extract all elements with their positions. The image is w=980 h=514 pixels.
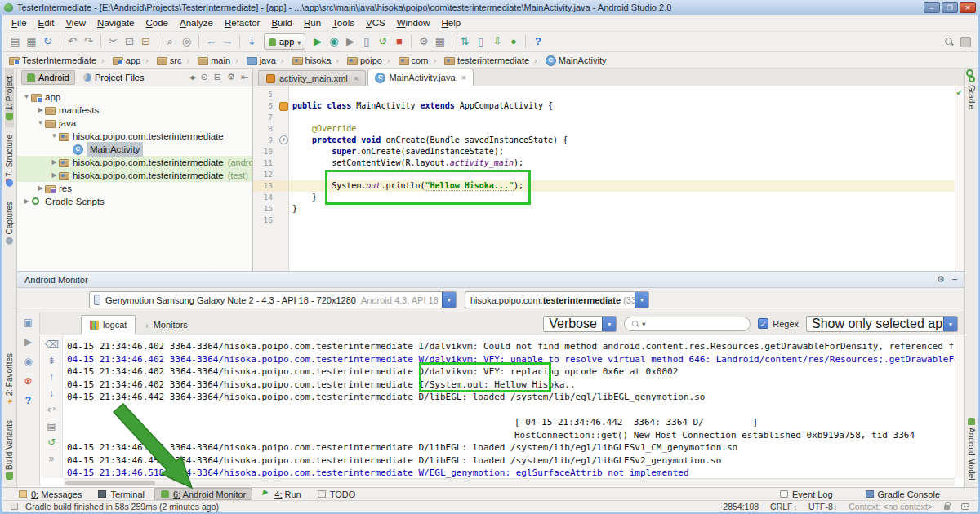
run-configuration-select[interactable]: app xyxy=(264,33,305,50)
gutter-icon[interactable] xyxy=(278,123,289,135)
gutter-icon[interactable] xyxy=(278,100,289,112)
expand-arrow-icon[interactable]: ▶ xyxy=(50,169,59,182)
menu-item[interactable]: Analyze xyxy=(174,16,219,29)
update-project-icon[interactable]: ⇣ xyxy=(244,33,260,51)
copy-icon[interactable]: ⊡ xyxy=(122,33,137,51)
sdk-manager-icon[interactable]: ⇩ xyxy=(489,33,505,51)
screenshot-icon[interactable]: ▣ xyxy=(22,317,35,328)
tool-window-tab[interactable]: TODO xyxy=(311,488,363,500)
expand-arrow-icon[interactable]: ▶ xyxy=(36,104,45,117)
menu-item[interactable]: Window xyxy=(391,16,436,29)
breadcrumb-item[interactable]: src xyxy=(140,55,181,65)
logcat-filter-select[interactable]: Show only selected application xyxy=(806,316,958,332)
sync-icon[interactable]: ↻ xyxy=(40,33,56,51)
chevron-down-icon[interactable] xyxy=(635,291,648,308)
tool-window-button[interactable]: Build Variants xyxy=(5,413,14,487)
tool-window-tab[interactable]: 6: Android Monitor xyxy=(154,488,252,500)
editor-scrollbar[interactable] xyxy=(955,86,964,271)
locate-icon[interactable] xyxy=(200,72,207,82)
switch-view-icon[interactable] xyxy=(189,72,194,82)
menu-item[interactable]: File xyxy=(6,16,33,29)
menu-item[interactable]: View xyxy=(60,16,91,29)
breadcrumb-item[interactable]: hisoka xyxy=(276,55,331,65)
tool-window-button[interactable]: Captures xyxy=(5,194,14,252)
coverage-icon[interactable]: ▶ xyxy=(342,33,358,51)
tree-item[interactable]: ▶ manifests xyxy=(17,104,252,117)
inspect-icon[interactable]: ◎ xyxy=(179,33,194,51)
regex-checkbox[interactable] xyxy=(758,318,768,329)
quick-access-icon[interactable] xyxy=(960,37,971,47)
caret-position[interactable]: 2854:108 xyxy=(723,502,759,512)
menu-item[interactable]: Help xyxy=(436,16,467,29)
run-icon[interactable]: ▶ xyxy=(310,33,325,51)
breadcrumb-item[interactable]: poipo xyxy=(331,55,382,65)
forward-icon[interactable]: → xyxy=(220,33,235,51)
tool-window-button[interactable]: 2: Favorites xyxy=(5,346,14,413)
context-indicator[interactable]: Context: <no context> xyxy=(849,502,933,512)
tool-window-toggle-icon[interactable] xyxy=(11,503,18,510)
expand-arrow-icon[interactable]: ▶ xyxy=(22,195,31,208)
logcat-console[interactable]: 04-15 21:34:46.402 3364-3364/hisoka.poip… xyxy=(64,335,955,478)
collapse-all-icon[interactable] xyxy=(214,72,221,82)
tool-window-tab[interactable]: Terminal xyxy=(91,488,151,500)
tool-window-button[interactable]: Gradle xyxy=(967,69,976,117)
minimize-panel-icon[interactable] xyxy=(952,274,957,285)
breadcrumb-item[interactable]: testerintermediate xyxy=(428,55,529,65)
monitor-settings-icon[interactable] xyxy=(937,274,945,285)
gutter-icon[interactable] xyxy=(278,112,289,123)
logcat-vertical-scrollbar[interactable] xyxy=(955,335,964,478)
back-icon[interactable]: ← xyxy=(203,33,219,51)
tool-window-tab[interactable]: 0: Messages xyxy=(12,488,88,500)
logcat-search-input[interactable] xyxy=(624,317,751,331)
scrollbar-thumb[interactable] xyxy=(65,481,155,485)
line-ending-indicator[interactable]: CRLF xyxy=(770,502,792,512)
maximize-button[interactable] xyxy=(942,2,958,13)
tool-window-tab[interactable]: 4: Run xyxy=(256,488,307,500)
stop-icon[interactable]: ■ xyxy=(391,33,407,51)
tool-window-tab[interactable]: Event Log xyxy=(773,488,840,500)
chevron-down-icon[interactable] xyxy=(943,316,957,332)
tree-item[interactable]: MainActivity xyxy=(17,143,252,156)
expand-arrow-icon[interactable]: ▶ xyxy=(50,156,59,169)
tool-window-tab[interactable]: Gradle Console xyxy=(859,488,947,500)
screen-record-icon[interactable]: ▶ xyxy=(22,336,35,348)
regex-option[interactable]: Regex xyxy=(758,318,799,329)
tool-window-button[interactable]: Android Model xyxy=(967,410,976,487)
tool-window-button[interactable]: 1: Project xyxy=(5,69,14,127)
gutter-icon[interactable] xyxy=(278,135,289,146)
gutter-icon[interactable] xyxy=(278,146,289,157)
help-icon[interactable]: ? xyxy=(530,33,546,51)
search-everywhere-icon[interactable] xyxy=(944,37,954,47)
tree-item[interactable]: ▶ hisoka.poipo.com.testerintermediate (a… xyxy=(17,156,252,169)
soft-wrap-icon[interactable]: ↩ xyxy=(45,404,58,415)
menu-item[interactable]: Run xyxy=(298,16,327,29)
clear-logcat-icon[interactable]: ⌫ xyxy=(45,339,58,350)
breadcrumb-item[interactable]: main xyxy=(181,55,230,65)
paste-icon[interactable]: ⊟ xyxy=(138,33,154,51)
monitor-tab[interactable]: Monitors xyxy=(136,315,196,335)
terminate-app-icon[interactable]: ⊗ xyxy=(22,375,35,387)
expand-arrow-icon[interactable]: ▼ xyxy=(36,117,45,130)
menu-item[interactable]: Code xyxy=(140,16,175,29)
menu-item[interactable]: Edit xyxy=(33,16,60,29)
more-icon[interactable]: » xyxy=(45,453,58,464)
breadcrumb-item[interactable]: MainActivity xyxy=(529,55,606,65)
device-select[interactable]: Genymotion Samsung Galaxy Note 2 - 4.3 -… xyxy=(89,291,457,308)
project-view-tab[interactable]: Android xyxy=(21,70,75,85)
log-level-select[interactable]: Verbose xyxy=(543,316,617,332)
logcat-horizontal-scrollbar[interactable] xyxy=(64,478,955,486)
settings-wrench-icon[interactable]: ⚙ xyxy=(416,33,431,51)
project-structure-icon[interactable]: ▦ xyxy=(432,33,448,51)
gutter-icon[interactable] xyxy=(278,157,289,169)
menu-item[interactable]: Refactor xyxy=(219,16,265,29)
editor-tab[interactable]: activity_main.xml xyxy=(258,70,366,86)
gutter-icon[interactable] xyxy=(278,215,289,226)
menu-item[interactable]: Navigate xyxy=(91,16,140,29)
debug-icon[interactable]: ◉ xyxy=(326,33,341,51)
tool-window-button[interactable]: 7: Structure xyxy=(5,127,14,194)
chevron-down-icon[interactable] xyxy=(442,291,456,308)
gutter-icon[interactable] xyxy=(278,169,289,180)
close-button[interactable] xyxy=(960,2,976,13)
undo-icon[interactable]: ↶ xyxy=(65,33,80,51)
video-capture-icon[interactable]: ◉ xyxy=(22,356,35,367)
